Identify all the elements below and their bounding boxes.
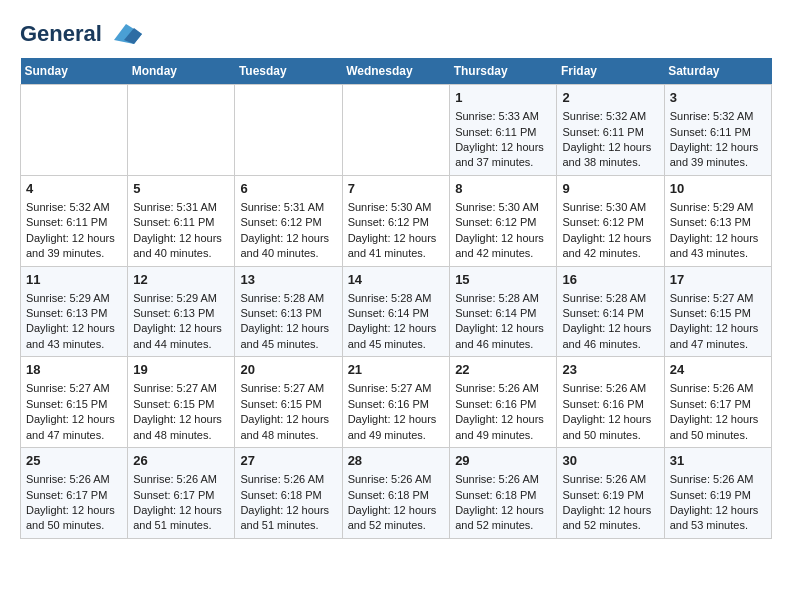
week-row-5: 25 Sunrise: 5:26 AM Sunset: 6:17 PM Dayl…	[21, 448, 772, 539]
daylight-label: Daylight: 12 hours and 50 minutes.	[26, 504, 115, 531]
day-number: 16	[562, 271, 658, 289]
sunrise-label: Sunrise: 5:32 AM	[670, 110, 754, 122]
sunset-label: Sunset: 6:11 PM	[562, 126, 643, 138]
sunrise-label: Sunrise: 5:26 AM	[562, 473, 646, 485]
sunset-label: Sunset: 6:17 PM	[670, 398, 751, 410]
sunset-label: Sunset: 6:13 PM	[240, 307, 321, 319]
sunset-label: Sunset: 6:17 PM	[26, 489, 107, 501]
calendar-cell: 25 Sunrise: 5:26 AM Sunset: 6:17 PM Dayl…	[21, 448, 128, 539]
day-number: 14	[348, 271, 445, 289]
daylight-label: Daylight: 12 hours and 39 minutes.	[670, 141, 759, 168]
daylight-label: Daylight: 12 hours and 52 minutes.	[455, 504, 544, 531]
day-number: 18	[26, 361, 122, 379]
sunset-label: Sunset: 6:19 PM	[562, 489, 643, 501]
sunset-label: Sunset: 6:14 PM	[348, 307, 429, 319]
daylight-label: Daylight: 12 hours and 47 minutes.	[26, 413, 115, 440]
sunset-label: Sunset: 6:16 PM	[455, 398, 536, 410]
sunrise-label: Sunrise: 5:29 AM	[670, 201, 754, 213]
calendar-cell: 1 Sunrise: 5:33 AM Sunset: 6:11 PM Dayli…	[450, 85, 557, 176]
day-number: 13	[240, 271, 336, 289]
daylight-label: Daylight: 12 hours and 40 minutes.	[240, 232, 329, 259]
calendar-cell: 5 Sunrise: 5:31 AM Sunset: 6:11 PM Dayli…	[128, 175, 235, 266]
sunset-label: Sunset: 6:11 PM	[670, 126, 751, 138]
header-monday: Monday	[128, 58, 235, 85]
sunset-label: Sunset: 6:18 PM	[455, 489, 536, 501]
sunset-label: Sunset: 6:15 PM	[133, 398, 214, 410]
sunrise-label: Sunrise: 5:27 AM	[133, 382, 217, 394]
sunrise-label: Sunrise: 5:30 AM	[348, 201, 432, 213]
calendar-cell: 23 Sunrise: 5:26 AM Sunset: 6:16 PM Dayl…	[557, 357, 664, 448]
day-number: 12	[133, 271, 229, 289]
daylight-label: Daylight: 12 hours and 53 minutes.	[670, 504, 759, 531]
calendar-cell: 8 Sunrise: 5:30 AM Sunset: 6:12 PM Dayli…	[450, 175, 557, 266]
sunrise-label: Sunrise: 5:26 AM	[240, 473, 324, 485]
week-row-2: 4 Sunrise: 5:32 AM Sunset: 6:11 PM Dayli…	[21, 175, 772, 266]
daylight-label: Daylight: 12 hours and 43 minutes.	[670, 232, 759, 259]
header-saturday: Saturday	[664, 58, 771, 85]
calendar-cell	[21, 85, 128, 176]
calendar-cell	[342, 85, 450, 176]
sunrise-label: Sunrise: 5:26 AM	[455, 382, 539, 394]
calendar-cell	[235, 85, 342, 176]
calendar-cell: 20 Sunrise: 5:27 AM Sunset: 6:15 PM Dayl…	[235, 357, 342, 448]
calendar-cell: 15 Sunrise: 5:28 AM Sunset: 6:14 PM Dayl…	[450, 266, 557, 357]
day-number: 23	[562, 361, 658, 379]
calendar-cell: 31 Sunrise: 5:26 AM Sunset: 6:19 PM Dayl…	[664, 448, 771, 539]
sunrise-label: Sunrise: 5:31 AM	[133, 201, 217, 213]
calendar-table: SundayMondayTuesdayWednesdayThursdayFrid…	[20, 58, 772, 539]
sunrise-label: Sunrise: 5:27 AM	[240, 382, 324, 394]
sunrise-label: Sunrise: 5:26 AM	[455, 473, 539, 485]
daylight-label: Daylight: 12 hours and 48 minutes.	[240, 413, 329, 440]
sunset-label: Sunset: 6:13 PM	[670, 216, 751, 228]
sunset-label: Sunset: 6:11 PM	[133, 216, 214, 228]
header-tuesday: Tuesday	[235, 58, 342, 85]
calendar-cell: 21 Sunrise: 5:27 AM Sunset: 6:16 PM Dayl…	[342, 357, 450, 448]
calendar-cell: 30 Sunrise: 5:26 AM Sunset: 6:19 PM Dayl…	[557, 448, 664, 539]
calendar-cell: 11 Sunrise: 5:29 AM Sunset: 6:13 PM Dayl…	[21, 266, 128, 357]
calendar-cell: 7 Sunrise: 5:30 AM Sunset: 6:12 PM Dayli…	[342, 175, 450, 266]
calendar-cell: 19 Sunrise: 5:27 AM Sunset: 6:15 PM Dayl…	[128, 357, 235, 448]
sunset-label: Sunset: 6:15 PM	[670, 307, 751, 319]
day-number: 8	[455, 180, 551, 198]
day-number: 19	[133, 361, 229, 379]
sunset-label: Sunset: 6:18 PM	[240, 489, 321, 501]
header-thursday: Thursday	[450, 58, 557, 85]
day-number: 3	[670, 89, 766, 107]
page-header: General	[20, 20, 772, 48]
sunset-label: Sunset: 6:15 PM	[240, 398, 321, 410]
day-number: 9	[562, 180, 658, 198]
sunset-label: Sunset: 6:15 PM	[26, 398, 107, 410]
calendar-header-row: SundayMondayTuesdayWednesdayThursdayFrid…	[21, 58, 772, 85]
day-number: 5	[133, 180, 229, 198]
sunrise-label: Sunrise: 5:28 AM	[455, 292, 539, 304]
calendar-cell: 9 Sunrise: 5:30 AM Sunset: 6:12 PM Dayli…	[557, 175, 664, 266]
daylight-label: Daylight: 12 hours and 52 minutes.	[562, 504, 651, 531]
sunset-label: Sunset: 6:12 PM	[240, 216, 321, 228]
day-number: 6	[240, 180, 336, 198]
daylight-label: Daylight: 12 hours and 49 minutes.	[455, 413, 544, 440]
sunrise-label: Sunrise: 5:27 AM	[26, 382, 110, 394]
daylight-label: Daylight: 12 hours and 44 minutes.	[133, 322, 222, 349]
sunset-label: Sunset: 6:16 PM	[348, 398, 429, 410]
sunrise-label: Sunrise: 5:26 AM	[562, 382, 646, 394]
day-number: 2	[562, 89, 658, 107]
daylight-label: Daylight: 12 hours and 50 minutes.	[670, 413, 759, 440]
sunrise-label: Sunrise: 5:26 AM	[348, 473, 432, 485]
day-number: 20	[240, 361, 336, 379]
logo: General	[20, 20, 142, 48]
sunrise-label: Sunrise: 5:28 AM	[562, 292, 646, 304]
daylight-label: Daylight: 12 hours and 52 minutes.	[348, 504, 437, 531]
daylight-label: Daylight: 12 hours and 45 minutes.	[348, 322, 437, 349]
calendar-cell: 28 Sunrise: 5:26 AM Sunset: 6:18 PM Dayl…	[342, 448, 450, 539]
daylight-label: Daylight: 12 hours and 42 minutes.	[455, 232, 544, 259]
sunrise-label: Sunrise: 5:28 AM	[348, 292, 432, 304]
sunrise-label: Sunrise: 5:26 AM	[670, 382, 754, 394]
calendar-cell: 2 Sunrise: 5:32 AM Sunset: 6:11 PM Dayli…	[557, 85, 664, 176]
sunrise-label: Sunrise: 5:32 AM	[26, 201, 110, 213]
sunset-label: Sunset: 6:11 PM	[26, 216, 107, 228]
daylight-label: Daylight: 12 hours and 49 minutes.	[348, 413, 437, 440]
sunset-label: Sunset: 6:17 PM	[133, 489, 214, 501]
day-number: 31	[670, 452, 766, 470]
calendar-cell: 16 Sunrise: 5:28 AM Sunset: 6:14 PM Dayl…	[557, 266, 664, 357]
day-number: 29	[455, 452, 551, 470]
